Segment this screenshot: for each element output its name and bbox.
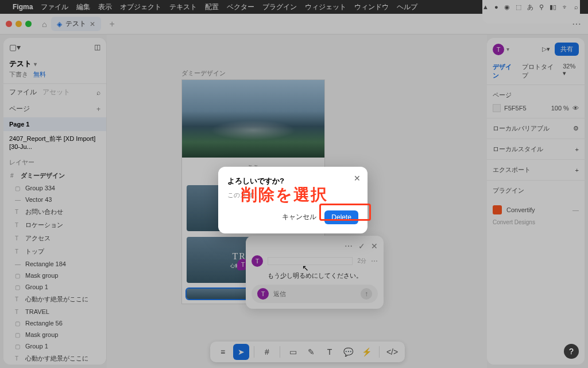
dialog-close-icon[interactable]: ✕: [354, 174, 361, 183]
annotation-text: 削除を選択: [241, 184, 328, 206]
annotation-highlight: [319, 204, 371, 221]
help-button[interactable]: ?: [564, 344, 579, 359]
cancel-button[interactable]: キャンセル: [278, 210, 320, 224]
